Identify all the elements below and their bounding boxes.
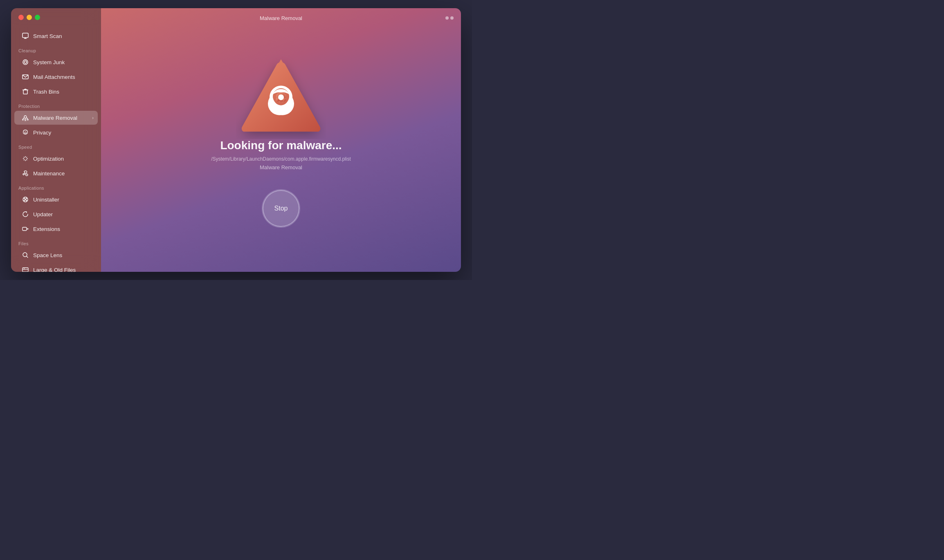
- stop-label: Stop: [274, 205, 288, 212]
- titlebar-controls: [445, 16, 454, 20]
- sidebar-item-mail-attachments[interactable]: Mail Attachments: [14, 70, 98, 84]
- svg-point-3: [23, 60, 28, 65]
- system-junk-label: System Junk: [33, 59, 65, 65]
- optimization-icon: [22, 155, 29, 162]
- uninstaller-label: Uninstaller: [33, 197, 59, 203]
- svg-line-45: [277, 99, 279, 101]
- maintenance-label: Maintenance: [33, 170, 65, 177]
- large-old-files-icon: [22, 266, 29, 272]
- space-lens-icon: [22, 251, 29, 259]
- maintenance-icon: [22, 170, 29, 177]
- mail-attachments-icon: [22, 73, 29, 81]
- svg-rect-6: [23, 90, 27, 94]
- speed-section-label: Speed: [11, 140, 101, 151]
- extensions-label: Extensions: [33, 226, 60, 232]
- malware-removal-label: Malware Removal: [33, 115, 77, 121]
- close-button[interactable]: [18, 15, 24, 20]
- privacy-label: Privacy: [33, 130, 51, 136]
- titlebar-dot-1: [445, 16, 449, 20]
- uninstaller-icon: [22, 196, 29, 203]
- scan-subtitle: Malware Removal: [260, 164, 302, 170]
- svg-line-21: [26, 157, 27, 158]
- scan-title: Looking for malware...: [220, 139, 342, 152]
- cleanup-section-label: Cleanup: [11, 43, 101, 55]
- extensions-icon: [22, 225, 29, 233]
- svg-point-14: [25, 120, 26, 121]
- svg-line-22: [24, 159, 25, 160]
- fullscreen-button[interactable]: [35, 15, 40, 20]
- svg-line-20: [26, 159, 27, 160]
- files-section-label: Files: [11, 236, 101, 248]
- sidebar-item-optimization[interactable]: Optimization: [14, 152, 98, 166]
- titlebar: Malware Removal: [101, 8, 461, 28]
- trash-bins-label: Trash Bins: [33, 89, 59, 95]
- stop-button[interactable]: Stop: [263, 190, 299, 227]
- applications-section-label: Applications: [11, 181, 101, 192]
- malware-icon: [236, 53, 326, 139]
- sidebar-item-maintenance[interactable]: Maintenance: [14, 166, 98, 180]
- protection-section-label: Protection: [11, 99, 101, 110]
- smart-scan-icon: [22, 32, 29, 40]
- svg-point-11: [24, 116, 27, 118]
- sidebar-item-smart-scan[interactable]: Smart Scan: [14, 29, 98, 43]
- svg-point-29: [23, 253, 27, 257]
- traffic-lights: [18, 15, 40, 20]
- sidebar-item-trash-bins[interactable]: Trash Bins: [14, 85, 98, 99]
- updater-label: Updater: [33, 211, 53, 217]
- scan-path: /System/Library/LaunchDaemons/com.apple.…: [211, 156, 351, 162]
- sidebar-item-malware-removal[interactable]: Malware Removal ›: [14, 111, 98, 125]
- svg-line-19: [24, 157, 25, 158]
- sidebar-item-large-old-files[interactable]: Large & Old Files: [14, 263, 98, 272]
- window-title: Malware Removal: [260, 15, 302, 21]
- svg-rect-28: [22, 227, 27, 231]
- svg-point-4: [24, 61, 27, 63]
- sidebar: Smart Scan Cleanup System Junk Mail Atta…: [11, 8, 101, 272]
- sidebar-item-extensions[interactable]: Extensions: [14, 222, 98, 236]
- space-lens-label: Space Lens: [33, 252, 62, 258]
- svg-rect-0: [22, 33, 28, 38]
- sidebar-item-updater[interactable]: Updater: [14, 207, 98, 221]
- malware-removal-arrow: ›: [92, 115, 94, 120]
- optimization-label: Optimization: [33, 156, 64, 162]
- privacy-icon: [22, 129, 29, 136]
- malware-removal-icon: [22, 114, 29, 121]
- mail-attachments-label: Mail Attachments: [33, 74, 75, 80]
- main-content: Malware Removal: [101, 8, 461, 272]
- sidebar-item-system-junk[interactable]: System Junk: [14, 55, 98, 69]
- sidebar-item-space-lens[interactable]: Space Lens: [14, 248, 98, 262]
- updater-icon: [22, 211, 29, 218]
- smart-scan-label: Smart Scan: [33, 33, 62, 39]
- system-junk-icon: [22, 58, 29, 66]
- sidebar-item-privacy[interactable]: Privacy: [14, 125, 98, 139]
- svg-rect-31: [22, 268, 28, 272]
- titlebar-dot-2: [450, 16, 454, 20]
- minimize-button[interactable]: [27, 15, 32, 20]
- sidebar-item-uninstaller[interactable]: Uninstaller: [14, 193, 98, 206]
- svg-line-44: [283, 99, 285, 101]
- svg-line-30: [27, 256, 28, 258]
- large-old-files-label: Large & Old Files: [33, 267, 76, 272]
- app-window: Smart Scan Cleanup System Junk Mail Atta…: [11, 8, 461, 272]
- trash-bins-icon: [22, 88, 29, 95]
